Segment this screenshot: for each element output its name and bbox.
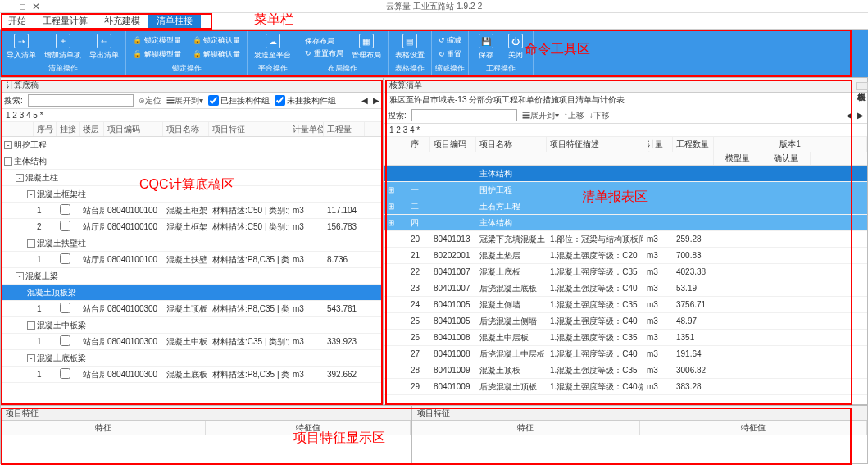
table-row[interactable]: 28 80401009 混凝土顶板 1.混凝土强度等级：C35 m3 3006.…: [384, 362, 867, 379]
linked-checkbox[interactable]: 已挂接构件组: [208, 95, 270, 107]
arrow-left-icon[interactable]: ◀: [846, 111, 852, 120]
calc-draft-title: 计算底稿: [1, 78, 383, 93]
lock-model-button[interactable]: 🔒 锁定模型量: [130, 34, 184, 47]
table-row[interactable]: 26 80401008 混凝土中层板 1.混凝土强度等级：C35 m3 1351: [384, 330, 867, 346]
audit-bill-table[interactable]: 主体结构⊞一围护工程⊞二土石方工程⊞四主体结构 20 80401013 冠梁下充…: [384, 166, 867, 404]
menu-bill-link[interactable]: 清单挂接: [148, 13, 201, 29]
table-row[interactable]: 21 80202001 混凝土垫层 1.混凝土强度等级：C20 m3 700.8…: [384, 248, 867, 264]
link-checkbox[interactable]: [60, 221, 70, 231]
expand-to-button[interactable]: ☰展开到▾: [166, 95, 203, 107]
table-row[interactable]: 24 80401005 混凝土侧墙 1.混凝土强度等级：C35 m3 3756.…: [384, 297, 867, 313]
close-icon[interactable]: ✕: [32, 1, 40, 12]
lock-confirm-button[interactable]: 🔒 锁定确认量: [189, 34, 244, 47]
ribbon-group-bill: ⇢导入清单 ＋增加清单项 ⇠导出清单 清单操作: [0, 31, 126, 75]
table-row[interactable]: 23 80401007 后浇混凝土底板 1.混凝土强度等级：C40 m3 53.…: [384, 280, 867, 297]
expander-icon[interactable]: -: [27, 354, 35, 362]
table-row[interactable]: 22 80401007 混凝土底板 1.混凝土强度等级：C35 m3 4023.…: [384, 264, 867, 280]
save-button[interactable]: 💾保存: [472, 31, 500, 63]
unlock-model-button[interactable]: 🔓 解锁模型量: [130, 48, 184, 61]
tree-row[interactable]: -混凝土柱: [1, 170, 383, 186]
calc-draft-tree[interactable]: -明挖工程-主体结构-混凝土柱-混凝土框架柱 1 站台层 08040100100…: [1, 137, 383, 404]
table-row[interactable]: 20 80401013 冠梁下充填混凝土 1.部位：冠梁与结构顶板间 m3 25…: [384, 231, 867, 248]
expander-icon[interactable]: -: [4, 157, 12, 166]
tree-row[interactable]: -混凝土框架柱: [1, 186, 383, 203]
right-expand-button[interactable]: ☰展开到▾: [522, 110, 559, 121]
expander-icon[interactable]: -: [27, 239, 35, 248]
feature-panel-left: 项目特征 特征 特征值: [0, 405, 411, 464]
audit-bill-subtitle: 雅区至许昌市域表-13 分部分项工程和单价措施项目清单与计价表: [384, 93, 867, 107]
table-row[interactable]: ⊞四主体结构: [384, 215, 867, 231]
unlock-confirm-button[interactable]: 🔓 解锁确认量: [189, 48, 244, 61]
table-row[interactable]: 25 80401005 后浇混凝土侧墙 1.混凝土强度等级：C40 m3 48.…: [384, 313, 867, 330]
reset-button[interactable]: ↻ 重置: [435, 48, 466, 61]
link-checkbox[interactable]: [60, 204, 70, 215]
tree-row[interactable]: -明挖工程: [1, 137, 383, 153]
menu-bar: 开始 工程量计算 补充建模 清单挂接: [0, 13, 868, 30]
add-bill-item-button[interactable]: ＋增加清单项: [41, 31, 84, 63]
arrow-right-icon[interactable]: ▶: [373, 96, 379, 105]
link-checkbox[interactable]: [60, 368, 70, 379]
ribbon-group-lock: 🔒 锁定模型量 🔒 锁定确认量 🔓 解锁模型量 🔓 解锁确认量 锁定操作: [126, 31, 248, 75]
ribbon-group-table: ▤表格设置 表格操作: [389, 31, 432, 75]
ribbon-group-project: 💾保存 ⏻关闭 工程操作: [469, 31, 534, 75]
link-checkbox[interactable]: [60, 253, 70, 264]
import-bill-button[interactable]: ⇢导入清单: [3, 31, 39, 63]
tree-row[interactable]: 1 站台层 08040100300 混凝土底板 材料描述:P8,C35 | 类别…: [1, 367, 383, 383]
close-button[interactable]: ⏻关闭: [502, 31, 529, 63]
link-checkbox[interactable]: [60, 303, 70, 313]
table-row[interactable]: ⊞一围护工程: [384, 182, 867, 198]
tree-row[interactable]: -混凝土扶壁柱: [1, 235, 383, 252]
ribbon-group-layout: 保存布局 ↻ 重置布局 ▦管理布局 布局操作: [298, 31, 389, 75]
tree-row[interactable]: 2 站厅层 08040100100 混凝土框架 材料描述:C50 | 类别:混凝…: [1, 219, 383, 235]
side-tab[interactable]: 表格面板: [856, 82, 868, 90]
right-paginator[interactable]: 1 2 3 4 *: [384, 124, 867, 137]
left-search-input[interactable]: [28, 94, 134, 107]
table-row[interactable]: 29 80401009 后浇混凝土顶板 1.混凝土强度等级：C40微膨混凝 m3…: [384, 379, 867, 395]
arrow-left-icon[interactable]: ◀: [361, 96, 368, 105]
maximize-icon[interactable]: □: [20, 1, 25, 12]
ribbon-group-reduce: ↺ 缩减 ↻ 重置 缩减操作: [432, 31, 470, 75]
send-platform-button[interactable]: ☁发送至平台: [251, 31, 294, 63]
locate-button[interactable]: ⊙定位: [139, 95, 161, 107]
title-bar: 云算量-工业五路站-1.9.2-2 — □ ✕: [0, 0, 868, 13]
expander-icon[interactable]: -: [16, 174, 24, 182]
tree-row[interactable]: 1 站台层 08040100300 混凝土顶板 材料描述:P8,C35 | 类别…: [1, 301, 383, 317]
manage-layout-button[interactable]: ▦管理布局: [348, 31, 384, 63]
reset-layout-button[interactable]: ↻ 重置布局: [302, 48, 347, 60]
calc-draft-panel: 计算底稿 搜索: ⊙定位 ☰展开到▾ 已挂接构件组 未挂接构件组 ◀ ▶ 1 2…: [0, 77, 384, 405]
app-title: 云算量-工业五路站-1.9.2-2: [386, 1, 483, 12]
reduce-button[interactable]: ↺ 缩减: [435, 34, 466, 47]
menu-qty-calc[interactable]: 工程量计算: [34, 13, 96, 29]
link-checkbox[interactable]: [60, 335, 70, 346]
right-search-input[interactable]: [411, 109, 517, 121]
tree-row[interactable]: 1 站厅层 08040100100 混凝土扶壁 材料描述:P8,C35 | 类别…: [1, 252, 383, 268]
left-paginator[interactable]: 1 2 3 4 5 *: [1, 109, 383, 122]
audit-bill-title: 核算清单: [384, 78, 867, 93]
tree-row[interactable]: -主体结构: [1, 153, 383, 170]
minimize-icon[interactable]: —: [3, 1, 13, 12]
move-up-button[interactable]: ↑上移: [564, 110, 584, 121]
expander-icon[interactable]: -: [16, 272, 24, 280]
menu-model[interactable]: 补充建模: [96, 13, 148, 29]
tree-row[interactable]: 1 站台层 08040100100 混凝土框架 材料描述:C50 | 类别:混凝…: [1, 203, 383, 219]
table-row[interactable]: 27 80401008 后浇混凝土中层板 1.混凝土强度等级：C40 m3 19…: [384, 346, 867, 362]
move-down-button[interactable]: ↓下移: [589, 110, 610, 121]
tree-row[interactable]: -混凝土底板梁: [1, 350, 383, 367]
table-row[interactable]: 主体结构: [384, 166, 867, 182]
export-bill-button[interactable]: ⇠导出清单: [86, 31, 122, 63]
feature-panel-right: 项目特征 特征 特征值: [411, 405, 868, 464]
tree-row[interactable]: 混凝土顶板梁: [1, 285, 383, 301]
save-layout-button[interactable]: 保存布局: [302, 35, 347, 48]
tree-row[interactable]: -混凝土梁: [1, 268, 383, 285]
expander-icon[interactable]: -: [27, 321, 35, 330]
tree-row[interactable]: -混凝土中板梁: [1, 317, 383, 334]
expander-icon[interactable]: -: [27, 190, 35, 198]
expander-icon[interactable]: -: [4, 141, 12, 149]
menu-start[interactable]: 开始: [0, 13, 34, 29]
table-row[interactable]: ⊞二土石方工程: [384, 198, 867, 215]
arrow-right-icon[interactable]: ▶: [857, 111, 864, 120]
table-settings-button[interactable]: ▤表格设置: [392, 31, 428, 63]
tree-row[interactable]: 1 站台层 08040100300 混凝土中板 材料描述:C35 | 类别:混凝…: [1, 334, 383, 350]
audit-bill-panel: 核算清单 雅区至许昌市域表-13 分部分项工程和单价措施项目清单与计价表 搜索:…: [384, 77, 868, 405]
unlinked-checkbox[interactable]: 未挂接构件组: [275, 95, 336, 107]
